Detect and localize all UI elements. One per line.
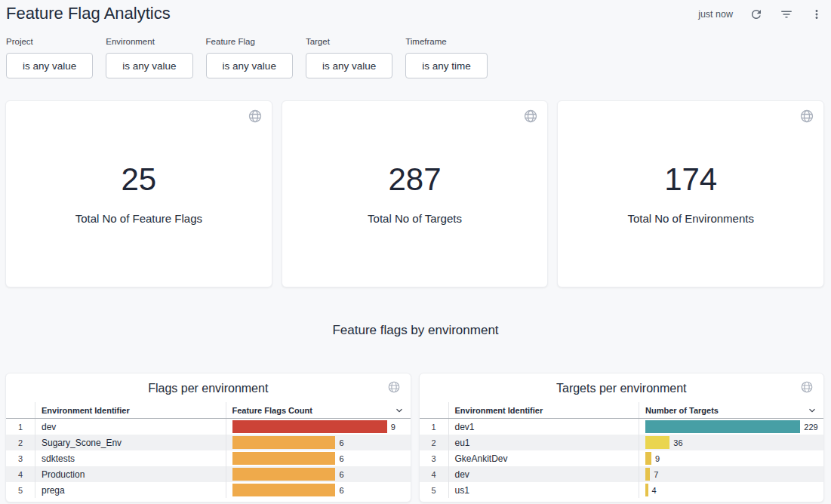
- kebab-menu-icon[interactable]: [810, 8, 823, 21]
- bar-value-label: 6: [339, 438, 343, 447]
- table-row[interactable]: 4 Production 6: [6, 466, 411, 482]
- globe-icon: [523, 109, 538, 124]
- filter-label: Timeframe: [405, 37, 488, 46]
- environment-identifier-cell: dev: [35, 419, 226, 435]
- environment-identifier-cell: GkeAnkitDev: [448, 450, 639, 466]
- dashboard-page: Feature Flag Analytics just now Project …: [0, 0, 831, 504]
- environment-identifier-cell: eu1: [448, 435, 639, 450]
- kpi-label: Total No of Feature Flags: [75, 212, 202, 225]
- value-column-header[interactable]: Feature Flags Count: [226, 402, 411, 418]
- bar: [232, 436, 336, 449]
- page-title: Feature Flag Analytics: [6, 2, 171, 23]
- table-row[interactable]: 1 dev1 229: [420, 419, 824, 435]
- category-column-header[interactable]: Environment Identifier: [35, 402, 226, 418]
- environment-identifier-cell: dev: [448, 466, 639, 482]
- bar: [645, 452, 651, 465]
- bar: [232, 468, 336, 481]
- timeframe-filter-button[interactable]: is any time: [405, 53, 488, 78]
- table-row[interactable]: 3 sdktests 6: [6, 450, 411, 466]
- value-cell: 6: [226, 435, 411, 450]
- bar-value-label: 7: [654, 470, 658, 479]
- bar-value-label: 36: [673, 438, 682, 447]
- value-column-label: Feature Flags Count: [232, 406, 312, 415]
- feature-flag-filter-button[interactable]: is any value: [206, 53, 293, 78]
- section-title: Feature flags by environment: [0, 323, 831, 338]
- kpi-label: Total No of Environments: [627, 212, 754, 225]
- tables-row: Flags per environment Environment Identi…: [5, 373, 824, 502]
- target-filter-button[interactable]: is any value: [306, 53, 392, 78]
- bar: [645, 484, 648, 496]
- table-body: 1 dev 9 2 Sugary_Scone_Env 6 3 sdktests …: [6, 419, 411, 498]
- filter-label: Target: [306, 37, 392, 46]
- environment-identifier-cell: Sugary_Scone_Env: [35, 435, 226, 450]
- chevron-down-icon[interactable]: [394, 405, 405, 416]
- bar: [232, 452, 336, 465]
- environment-filter-button[interactable]: is any value: [106, 53, 192, 78]
- globe-icon: [248, 109, 263, 124]
- kpi-card-feature-flags: 25 Total No of Feature Flags: [5, 100, 272, 287]
- environment-identifier-cell: sdktests: [35, 450, 226, 466]
- filter-bar: Project is any value Environment is any …: [0, 23, 831, 78]
- table-row[interactable]: 1 dev 9: [6, 419, 411, 435]
- kpi-card-environments: 174 Total No of Environments: [557, 100, 824, 287]
- row-index: 3: [6, 450, 35, 466]
- environment-identifier-cell: prega: [35, 482, 226, 498]
- filter-group-target: Target is any value: [306, 37, 392, 78]
- data-table: Environment Identifier Number of Targets…: [420, 402, 824, 498]
- table-body: 1 dev1 229 2 eu1 36 3 GkeAnkitDev 9 4 de…: [420, 419, 824, 498]
- chart-title: Flags per environment: [6, 373, 411, 402]
- row-index: 5: [6, 482, 35, 498]
- bar-value-label: 229: [804, 423, 817, 432]
- chart-title: Targets per environment: [420, 373, 824, 402]
- filter-icon[interactable]: [780, 8, 793, 21]
- bar: [645, 468, 650, 481]
- table-row[interactable]: 5 us1 4: [420, 482, 824, 498]
- row-index: 4: [420, 466, 448, 482]
- globe-icon: [387, 380, 401, 394]
- value-cell: 6: [226, 466, 411, 482]
- value-cell: 6: [226, 482, 411, 498]
- filter-group-timeframe: Timeframe is any time: [405, 37, 488, 78]
- chevron-down-icon[interactable]: [807, 405, 817, 416]
- globe-icon: [800, 380, 814, 394]
- row-index: 1: [6, 419, 35, 435]
- filter-group-feature-flag: Feature Flag is any value: [206, 37, 293, 78]
- bar-value-label: 9: [391, 423, 395, 432]
- row-index: 2: [6, 435, 35, 450]
- row-index: 2: [420, 435, 448, 450]
- bar: [232, 420, 387, 433]
- value-cell: 7: [639, 466, 823, 482]
- kpi-value: 25: [121, 164, 156, 195]
- refresh-icon[interactable]: [749, 8, 763, 21]
- index-column-header: [420, 402, 448, 418]
- table-header-row: Environment Identifier Number of Targets: [420, 402, 824, 419]
- flags-per-environment-card: Flags per environment Environment Identi…: [5, 373, 411, 502]
- kpi-value: 174: [664, 164, 717, 195]
- project-filter-button[interactable]: is any value: [6, 53, 93, 78]
- bar: [645, 436, 669, 449]
- value-column-label: Number of Targets: [645, 406, 719, 415]
- table-row[interactable]: 4 dev 7: [420, 466, 824, 482]
- table-row[interactable]: 2 Sugary_Scone_Env 6: [6, 435, 411, 450]
- top-bar: Feature Flag Analytics just now: [0, 0, 831, 23]
- value-column-header[interactable]: Number of Targets: [639, 402, 823, 418]
- last-updated-text: just now: [698, 9, 733, 20]
- table-row[interactable]: 3 GkeAnkitDev 9: [420, 450, 824, 466]
- category-column-header[interactable]: Environment Identifier: [448, 402, 639, 418]
- bar-value-label: 4: [652, 486, 657, 495]
- filter-label: Project: [6, 37, 93, 46]
- filter-label: Feature Flag: [206, 37, 293, 46]
- bar: [645, 420, 800, 433]
- table-row[interactable]: 5 prega 6: [6, 482, 411, 498]
- top-actions: just now: [698, 2, 823, 21]
- kpi-row: 25 Total No of Feature Flags 287 Total N…: [5, 100, 824, 287]
- row-index: 4: [6, 466, 35, 482]
- data-table: Environment Identifier Feature Flags Cou…: [6, 402, 411, 498]
- table-row[interactable]: 2 eu1 36: [420, 435, 824, 450]
- environment-identifier-cell: us1: [448, 482, 639, 498]
- value-cell: 9: [639, 450, 823, 466]
- value-cell: 36: [639, 435, 823, 450]
- value-cell: 4: [639, 482, 823, 498]
- row-index: 3: [420, 450, 448, 466]
- value-cell: 6: [226, 450, 411, 466]
